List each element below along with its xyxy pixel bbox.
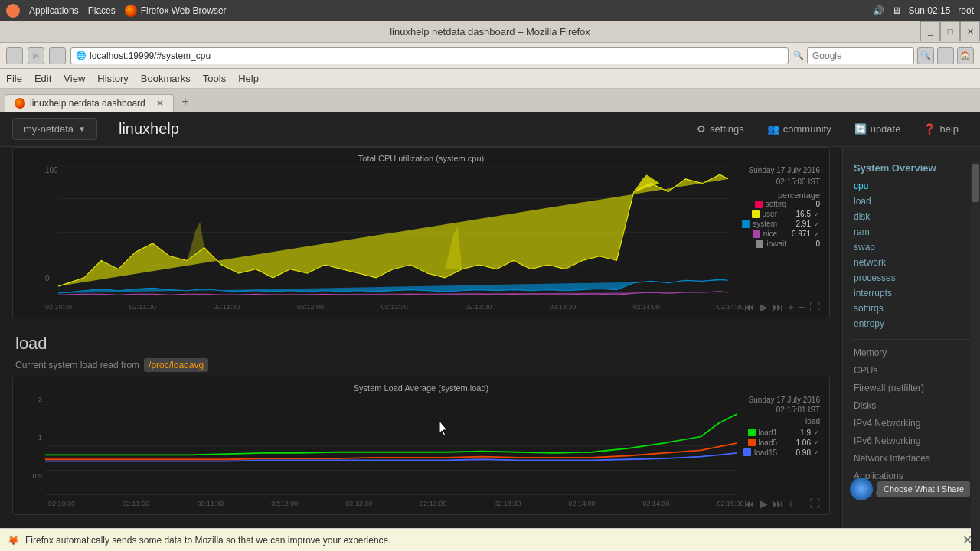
netdata-logo (850, 478, 873, 500)
cpu-zoom-out[interactable]: − (799, 301, 805, 313)
sidebar-item-softirqs[interactable]: softirqs (843, 301, 980, 316)
sidebar-item-load[interactable]: load (843, 194, 980, 209)
sidebar-network-interfaces[interactable]: Network Interfaces (843, 448, 980, 466)
sidebar-item-cpu[interactable]: cpu (843, 178, 980, 194)
load-zoom-out[interactable]: − (799, 497, 805, 510)
tab-favicon (15, 98, 25, 109)
menu-edit[interactable]: Edit (34, 73, 51, 84)
content-area: Total CPU utilization (system.cpu) 100 0 (0, 147, 842, 528)
cpu-chart-container: Total CPU utilization (system.cpu) 100 0 (12, 147, 830, 318)
cpu-legend: softirq 0 user 16.5 ✓ syst (734, 200, 820, 248)
menu-view[interactable]: View (64, 73, 85, 84)
forward-button[interactable]: ▶ (28, 47, 44, 64)
close-button[interactable]: ✕ (960, 21, 980, 41)
community-button[interactable]: 👥 community (758, 119, 841, 139)
os-network-icon: 🖥 (892, 5, 901, 16)
refresh-button[interactable]: ↻ (49, 47, 66, 64)
nav-brand[interactable]: my-netdata ▼ (12, 118, 97, 140)
sidebar-item-disk[interactable]: disk (843, 209, 980, 224)
load-play[interactable]: ▶ (760, 497, 768, 510)
os-applications[interactable]: Applications (29, 5, 79, 16)
load-title: load (0, 326, 842, 358)
legend-load5: load5 1.06 ✓ (743, 439, 820, 447)
iowait-val: 0 (789, 240, 820, 248)
sidebar-firewall[interactable]: Firewall (netfilter) (843, 378, 980, 396)
load-zoom-in[interactable]: + (788, 497, 794, 510)
load15-val: 0.98 (780, 448, 811, 457)
cpu-expand[interactable]: ⛶ (809, 301, 820, 313)
user-dot (752, 210, 760, 218)
disk-title: disk (0, 521, 842, 528)
share-button[interactable]: Choose What I Share (877, 481, 970, 497)
sidebar-cpus[interactable]: CPUs (843, 360, 980, 378)
maximize-button[interactable]: □ (940, 21, 960, 41)
sidebar-brand: Choose What I Share (842, 473, 980, 505)
browser-controls: ◀ ▶ ↻ 🌐 localhost:19999/#system_cpu 🔍 🔍 … (0, 43, 980, 69)
legend-nice: nice 0.971 ✓ (734, 230, 820, 238)
cpu-forward[interactable]: ⏭ (773, 301, 783, 313)
cpu-chart-section: Total CPU utilization (system.cpu) 100 0 (0, 147, 842, 318)
sidebar-item-entropy[interactable]: entropy (843, 316, 980, 331)
sidebar-ipv4[interactable]: IPv4 Networking (843, 413, 980, 431)
address-bar[interactable]: 🌐 localhost:19999/#system_cpu (70, 47, 789, 64)
sidebar-ipv6[interactable]: IPv6 Networking (843, 431, 980, 448)
sidebar-item-interrupts[interactable]: interrupts (843, 285, 980, 301)
menu-tools[interactable]: Tools (203, 73, 226, 84)
help-button[interactable]: ❓ help (914, 119, 968, 139)
main-area: Total CPU utilization (system.cpu) 100 0 (0, 147, 980, 528)
load-rewind[interactable]: ⏮ (744, 497, 755, 510)
sidebar-item-network[interactable]: network (843, 255, 980, 270)
load-section: load Current system load read from /proc… (0, 326, 842, 515)
sidebar-system-overview: System Overview (843, 159, 980, 178)
load15-dot (743, 448, 751, 456)
cpu-zoom-in[interactable]: + (788, 301, 794, 313)
sidebar-disks[interactable]: Disks (843, 396, 980, 413)
load-chart-container: System Load Average (system.load) 2 1 0.… (12, 377, 830, 515)
browser-menu: File Edit View History Bookmarks Tools H… (0, 69, 980, 89)
notification-icon: 🦊 (8, 535, 19, 546)
scrollbar-thumb[interactable] (972, 164, 979, 202)
load5-val: 1.06 (780, 439, 811, 447)
legend-system: system 2.91 ✓ (734, 220, 820, 228)
settings-button[interactable]: ⚙ settings (688, 119, 753, 139)
sidebar-memory[interactable]: Memory (843, 343, 980, 360)
sidebar-item-processes[interactable]: processes (843, 270, 980, 285)
cpu-date: Sunday 17 July 2016 (734, 166, 820, 174)
load-desc: Current system load read from /proc/load… (0, 358, 842, 377)
menu-bookmarks[interactable]: Bookmarks (141, 73, 191, 84)
sidebar-item-ram[interactable]: ram (843, 224, 980, 240)
update-button[interactable]: 🔄 update (845, 119, 910, 139)
browser-tab-active[interactable]: linuxhelp netdata dashboard ✕ (5, 94, 174, 112)
load-forward[interactable]: ⏭ (773, 497, 783, 510)
cpu-controls: ⏮ ▶ ⏭ + − ⛶ (744, 301, 820, 313)
os-icon (6, 4, 20, 18)
menu-history[interactable]: History (97, 73, 128, 84)
minimize-button[interactable]: _ (920, 21, 940, 41)
load-label: load (743, 417, 820, 425)
legend-load1: load1 1.9 ✓ (743, 429, 820, 437)
cpu-rewind[interactable]: ⏮ (744, 301, 755, 313)
os-time: Sun 02:15 (909, 5, 951, 16)
load-expand[interactable]: ⛶ (809, 497, 820, 510)
load-chart-bottom: 02:10:3002:11:0002:11:3002:12:00 02:12:3… (16, 497, 826, 511)
load-controls: ⏮ ▶ ⏭ + − ⛶ (744, 497, 820, 510)
nav-right: ⚙ settings 👥 community 🔄 update ❓ help (688, 119, 968, 139)
search-button[interactable]: 🔍 (917, 47, 934, 64)
system-dot (742, 220, 750, 228)
os-topbar: Applications Places Firefox Web Browser … (0, 0, 980, 21)
tab-label: linuxhelp netdata dashboard (30, 98, 145, 109)
os-places[interactable]: Places (88, 5, 116, 16)
menu-help[interactable]: Help (238, 73, 259, 84)
menu-file[interactable]: File (6, 73, 22, 84)
back-button[interactable]: ◀ (6, 47, 23, 64)
home-button[interactable]: 🏠 (957, 47, 974, 64)
cpu-play[interactable]: ▶ (760, 301, 768, 313)
new-tab-button[interactable]: + (177, 93, 194, 110)
softirq-val: 0 (789, 200, 820, 208)
tab-close-icon[interactable]: ✕ (156, 98, 164, 109)
search-input[interactable] (807, 47, 914, 64)
load-y-axis: 2 1 0.5 (22, 396, 45, 480)
download-button[interactable]: ⬇ (937, 47, 954, 64)
sidebar-item-swap[interactable]: swap (843, 240, 980, 255)
system-val: 2.91 (780, 220, 811, 228)
